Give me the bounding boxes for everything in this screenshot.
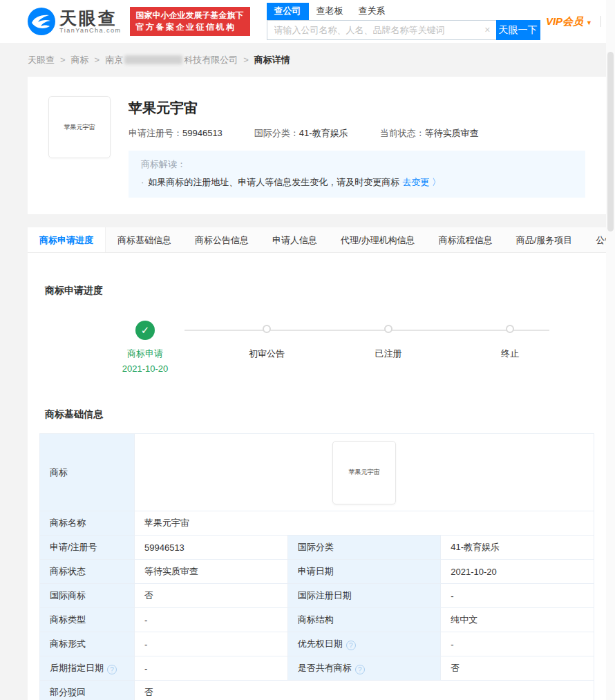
row-value: - bbox=[135, 632, 288, 656]
row-value: 否 bbox=[135, 584, 288, 608]
breadcrumb-home[interactable]: 天眼查 bbox=[28, 54, 55, 66]
row-value: 苹果元宇宙 bbox=[135, 511, 594, 536]
table-row: 商标 苹果元宇宙 bbox=[40, 434, 594, 511]
row-label: 国际分类 bbox=[287, 536, 441, 560]
header-right: VIP会员▼ 百 bbox=[546, 0, 615, 43]
search-tabs: 查公司 查老板 查关系 bbox=[267, 3, 540, 20]
page: 天眼查 TianYanCha.com 国家中小企业发展子基金旗下 官方备案企业征… bbox=[0, 0, 615, 700]
trademark-detail-card: 商标申请进度 商标基础信息 商标公告信息 申请人信息 代理/办理机构信息 商标流… bbox=[28, 227, 606, 700]
row-value: 否 bbox=[135, 681, 594, 700]
step-registered: 已注册 bbox=[328, 321, 449, 374]
row-label: 商标形式 bbox=[40, 632, 135, 656]
search-tab-boss[interactable]: 查老板 bbox=[309, 3, 351, 20]
logo-text: 天眼查 bbox=[59, 9, 122, 27]
help-icon[interactable]: ? bbox=[346, 641, 356, 650]
tab-process-info[interactable]: 商标流程信息 bbox=[427, 227, 504, 252]
redacted-company-name bbox=[124, 55, 182, 64]
chevron-down-icon: ▼ bbox=[586, 19, 592, 26]
clear-icon[interactable]: × bbox=[484, 24, 490, 35]
row-label: 是否共有商标 bbox=[298, 663, 352, 673]
check-icon: ✓ bbox=[135, 321, 155, 340]
tab-announcement-info[interactable]: 商标公告信息 bbox=[183, 227, 261, 252]
go-change-link[interactable]: 去变更 〉 bbox=[402, 177, 441, 187]
step-preliminary-publication: 初审公告 bbox=[206, 321, 328, 374]
search-input[interactable] bbox=[267, 20, 496, 40]
step-application: ✓ 商标申请 2021-10-20 bbox=[84, 321, 206, 374]
breadcrumb-separator: > bbox=[60, 55, 66, 65]
step-dot-icon bbox=[384, 325, 392, 333]
step-dot-icon bbox=[506, 325, 514, 333]
breadcrumb-separator: > bbox=[243, 55, 249, 65]
table-row: 申请/注册号 59946513 国际分类 41-教育娱乐 bbox=[40, 536, 594, 560]
badge-line1: 国家中小企业发展子基金旗下 bbox=[136, 10, 244, 21]
search-button[interactable]: 天眼一下 bbox=[496, 20, 540, 40]
help-icon[interactable]: ? bbox=[107, 665, 117, 674]
certification-badge: 国家中小企业发展子基金旗下 官方备案企业征信机构 bbox=[130, 7, 250, 36]
table-row: 部分驳回 否 bbox=[40, 681, 594, 700]
help-icon[interactable]: ? bbox=[355, 665, 365, 674]
tianyancha-logo-icon bbox=[28, 8, 55, 35]
tianyancha-logo[interactable]: 天眼查 TianYanCha.com bbox=[28, 8, 122, 35]
row-label: 优先权日期 bbox=[298, 638, 343, 649]
trademark-interpretation-box: 商标解读： ·如果商标的注册地址、申请人等信息发生变化，请及时变更商标去变更 〉 bbox=[129, 151, 585, 198]
header-divider bbox=[600, 16, 601, 27]
row-value: 59946513 bbox=[135, 536, 288, 560]
trademark-image-table[interactable]: 苹果元宇宙 bbox=[332, 441, 396, 504]
row-value: - bbox=[441, 632, 594, 656]
interpretation-title: 商标解读： bbox=[141, 158, 573, 171]
table-row: 后期指定日期? - 是否共有商标? 否 bbox=[40, 656, 594, 681]
site-header: 天眼查 TianYanCha.com 国家中小企业发展子基金旗下 官方备案企业征… bbox=[0, 0, 615, 43]
breadcrumb: 天眼查 > 商标 > 南京科技有限公司 > 商标详情 bbox=[0, 43, 615, 77]
breadcrumb-separator: > bbox=[95, 55, 100, 65]
row-label: 国际商标 bbox=[40, 584, 135, 608]
basic-info-table: 商标 苹果元宇宙 商标名称 苹果元宇宙 申请/注册号 59946513 国际分类… bbox=[39, 433, 594, 700]
row-label: 后期指定日期 bbox=[50, 663, 104, 673]
row-label: 商标状态 bbox=[40, 560, 135, 584]
tab-goods-services[interactable]: 商品/服务项目 bbox=[504, 227, 585, 252]
logo-domain: TianYanCha.com bbox=[59, 27, 122, 34]
interpretation-tip: ·如果商标的注册地址、申请人等信息发生变化，请及时变更商标去变更 〉 bbox=[141, 176, 573, 189]
meta-reg-number: 申请注册号：59946513 bbox=[129, 127, 223, 140]
row-label: 商标类型 bbox=[40, 608, 135, 632]
trademark-meta: 申请注册号：59946513 国际分类：41-教育娱乐 当前状态：等待实质审查 bbox=[129, 127, 585, 140]
table-row: 商标状态 等待实质审查 申请日期 2021-10-20 bbox=[40, 560, 594, 584]
row-value: 等待实质审查 bbox=[135, 560, 288, 584]
breadcrumb-company[interactable]: 南京科技有限公司 bbox=[105, 54, 238, 66]
row-label: 商标名称 bbox=[40, 511, 135, 536]
tab-basic-info[interactable]: 商标基础信息 bbox=[106, 227, 183, 252]
row-label: 申请日期 bbox=[287, 560, 441, 584]
trademark-summary-card: 苹果元宇宙 苹果元宇宙 申请注册号：59946513 国际分类：41-教育娱乐 … bbox=[28, 77, 606, 214]
table-row: 商标名称 苹果元宇宙 bbox=[40, 511, 594, 536]
row-value: - bbox=[135, 656, 288, 681]
step-date: 2021-10-20 bbox=[122, 363, 169, 374]
scrollbar-thumb[interactable] bbox=[607, 52, 614, 231]
tab-applicant-info[interactable]: 申请人信息 bbox=[261, 227, 329, 252]
meta-intl-class: 国际分类：41-教育娱乐 bbox=[254, 127, 348, 140]
row-label: 部分驳回 bbox=[40, 681, 135, 700]
basic-info-section-title: 商标基础信息 bbox=[39, 408, 594, 421]
row-label: 国际注册日期 bbox=[287, 584, 441, 608]
vip-menu[interactable]: VIP会员▼ bbox=[546, 15, 592, 28]
trademark-image[interactable]: 苹果元宇宙 bbox=[48, 96, 111, 158]
row-label: 商标 bbox=[40, 434, 135, 511]
search-tab-company[interactable]: 查公司 bbox=[267, 3, 309, 20]
table-row: 商标类型 - 商标结构 纯中文 bbox=[40, 608, 594, 632]
row-value: 41-教育娱乐 bbox=[441, 536, 594, 560]
search-tab-relation[interactable]: 查关系 bbox=[351, 3, 393, 20]
row-value: - bbox=[441, 584, 594, 608]
tab-agency-info[interactable]: 代理/办理机构信息 bbox=[329, 227, 427, 252]
detail-tabbar: 商标申请进度 商标基础信息 商标公告信息 申请人信息 代理/办理机构信息 商标流… bbox=[28, 227, 606, 253]
breadcrumb-trademark[interactable]: 商标 bbox=[71, 54, 89, 66]
table-row: 国际商标 否 国际注册日期 - bbox=[40, 584, 594, 608]
search-block: 查公司 查老板 查关系 × 天眼一下 bbox=[267, 3, 540, 40]
progress-section-title: 商标申请进度 bbox=[45, 285, 589, 297]
row-value: 否 bbox=[441, 656, 594, 681]
table-row: 商标形式 - 优先权日期? - bbox=[40, 632, 594, 656]
row-label: 申请/注册号 bbox=[40, 536, 135, 560]
tab-application-progress[interactable]: 商标申请进度 bbox=[28, 227, 106, 252]
meta-current-status: 当前状态：等待实质审查 bbox=[380, 127, 479, 140]
scrollbar[interactable] bbox=[606, 0, 615, 700]
progress-stepper: ✓ 商标申请 2021-10-20 初审公告 已注册 bbox=[84, 321, 582, 374]
breadcrumb-current: 商标详情 bbox=[254, 54, 290, 66]
row-value: 纯中文 bbox=[441, 608, 594, 632]
